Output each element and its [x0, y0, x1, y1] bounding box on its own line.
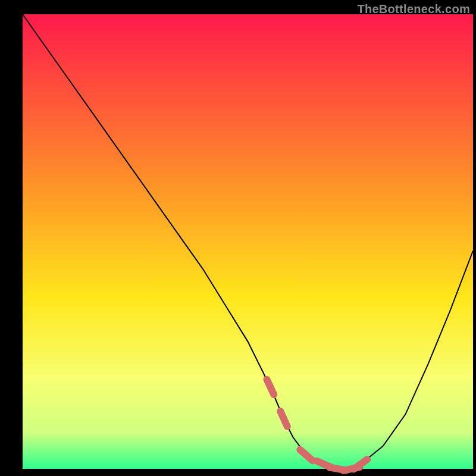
- bottleneck-chart: TheBottleneck.com: [0, 0, 476, 476]
- chart-svg: [0, 0, 476, 476]
- watermark-text: TheBottleneck.com: [357, 2, 470, 16]
- plot-background: [23, 14, 473, 469]
